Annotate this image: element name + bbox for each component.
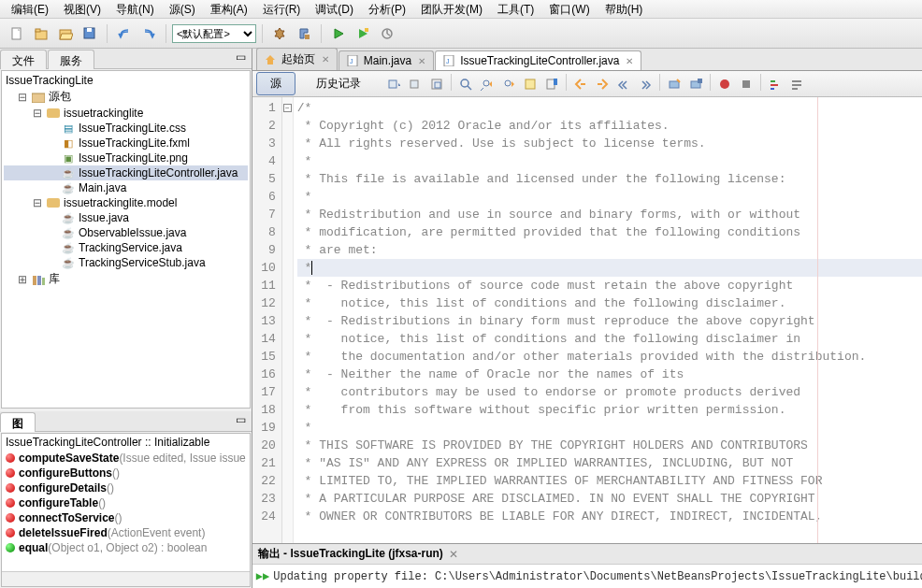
editor-tab[interactable]: 起始页✕ xyxy=(256,48,338,70)
tree-lib[interactable]: ⊞库 xyxy=(4,270,248,288)
editor-tab[interactable]: JIssueTrackingLiteController.java✕ xyxy=(435,50,641,70)
nav-member[interactable]: deleteIssueFired(ActionEvent event) xyxy=(2,525,250,540)
tree-file[interactable]: ☕Main.java xyxy=(4,180,248,195)
fold-gutter[interactable]: − xyxy=(282,97,294,543)
menu-item[interactable]: 工具(T) xyxy=(490,2,541,16)
nav-member[interactable]: equal(Object o1, Object o2) : boolean xyxy=(2,540,250,555)
svg-rect-12 xyxy=(42,278,45,285)
tree-srcpkg[interactable]: ⊟源包 xyxy=(4,88,248,106)
editor-tab[interactable]: JMain.java✕ xyxy=(339,50,434,70)
nav-last-button[interactable] xyxy=(426,74,447,94)
toggle-highlight-button[interactable] xyxy=(520,74,540,94)
menu-item[interactable]: 分析(P) xyxy=(361,2,413,16)
find-next-button[interactable] xyxy=(498,74,519,94)
tree-file[interactable]: ▣IssueTrackingLite.png xyxy=(4,151,248,165)
menu-item[interactable]: 帮助(H) xyxy=(598,2,651,16)
tab-services[interactable]: 服务 xyxy=(48,50,94,69)
stop-button[interactable] xyxy=(736,74,756,94)
tree-pkg-1[interactable]: ⊟issuetrackinglite xyxy=(4,106,248,121)
tree-file[interactable]: ☕TrackingService.java xyxy=(4,240,248,255)
nav-back-button[interactable] xyxy=(383,74,404,94)
run-output-icon[interactable]: ▶▶ xyxy=(256,569,269,583)
start-macro-button[interactable] xyxy=(664,74,684,94)
open-button[interactable] xyxy=(54,22,77,45)
menu-item[interactable]: 调试(D) xyxy=(308,2,361,16)
code-content[interactable]: /* * Copyright (c) 2012 Oracle and/or it… xyxy=(294,97,922,543)
redo-button[interactable] xyxy=(137,22,160,45)
svg-point-24 xyxy=(505,80,511,86)
tree-file[interactable]: ▤IssueTrackingLite.css xyxy=(4,121,248,136)
menu-item[interactable]: 重构(A) xyxy=(203,2,255,16)
line-gutter[interactable]: 123456789101112131415161718192021222324 xyxy=(252,97,282,543)
source-view-button[interactable]: 源 xyxy=(256,72,295,95)
nav-member[interactable]: configureTable() xyxy=(2,495,250,510)
nav-scrollbar[interactable] xyxy=(2,571,250,586)
shift-left-button[interactable] xyxy=(613,74,634,94)
profile-button[interactable] xyxy=(376,22,398,45)
fold-toggle[interactable]: − xyxy=(283,104,292,112)
tab-close-icon[interactable]: ✕ xyxy=(322,54,329,65)
stop-macro-button[interactable] xyxy=(685,74,706,94)
next-bookmark-button[interactable] xyxy=(592,74,612,94)
clean-build-button[interactable] xyxy=(293,22,315,45)
config-select[interactable]: <默认配置> xyxy=(172,24,256,43)
output-body[interactable]: ▶▶ Updating property file: C:\Users\Admi… xyxy=(252,565,922,588)
svg-point-33 xyxy=(720,79,729,89)
main-toolbar: <默认配置> xyxy=(0,19,922,49)
nav-member[interactable]: configureDetails() xyxy=(2,480,250,495)
output-close-icon[interactable]: ✕ xyxy=(449,548,458,561)
save-all-button[interactable] xyxy=(79,22,101,45)
menu-item[interactable]: 运行(R) xyxy=(255,2,309,16)
uncomment-button[interactable] xyxy=(786,74,807,94)
tree-file[interactable]: ☕TrackingServiceStub.java xyxy=(4,255,248,270)
svg-rect-7 xyxy=(365,28,368,32)
run-button[interactable] xyxy=(327,22,350,45)
record-button[interactable] xyxy=(714,74,735,94)
output-title[interactable]: 输出 - IssueTrackingLite (jfxsa-run)✕ xyxy=(252,544,922,565)
tab-close-icon[interactable]: ✕ xyxy=(418,56,425,66)
menu-item[interactable]: 导航(N) xyxy=(108,2,162,16)
comment-button[interactable] xyxy=(765,74,785,94)
nav-member[interactable]: connectToService() xyxy=(2,510,250,525)
tab-files[interactable]: 文件 xyxy=(0,50,47,69)
find-sel-button[interactable] xyxy=(455,74,476,94)
history-view-button[interactable]: 历史记录 xyxy=(303,73,374,94)
menu-item[interactable]: 团队开发(M) xyxy=(413,2,490,16)
prev-bookmark-button[interactable] xyxy=(570,74,591,94)
menu-item[interactable]: 编辑(E) xyxy=(4,2,56,16)
debug-button[interactable] xyxy=(352,22,374,45)
tab-close-icon[interactable]: ✕ xyxy=(626,56,633,66)
shift-right-button[interactable] xyxy=(635,74,655,94)
tree-pkg-2[interactable]: ⊟issuetrackinglite.model xyxy=(4,195,248,210)
project-tree[interactable]: IssueTrackingLite ⊟源包 ⊟issuetrackinglite… xyxy=(1,70,251,409)
new-project-button[interactable] xyxy=(30,22,52,45)
tab-navigator[interactable]: 图 xyxy=(0,412,36,432)
new-file-button[interactable] xyxy=(6,22,28,45)
svg-rect-27 xyxy=(554,79,557,85)
tree-file[interactable]: ☕Issue.java xyxy=(4,210,248,225)
tree-root[interactable]: IssueTrackingLite xyxy=(4,73,248,88)
minimize-icon[interactable]: ▭ xyxy=(230,49,252,68)
menu-item[interactable]: 视图(V) xyxy=(56,2,108,16)
minimize-nav-icon[interactable]: ▭ xyxy=(230,411,252,431)
tree-file[interactable]: ☕IssueTrackingLiteController.java xyxy=(4,165,248,180)
svg-rect-6 xyxy=(305,35,310,39)
build-button[interactable] xyxy=(268,22,291,45)
svg-point-23 xyxy=(483,80,489,86)
svg-rect-18 xyxy=(411,80,418,88)
nav-member[interactable]: configureButtons() xyxy=(2,466,250,480)
tree-file[interactable]: ☕ObservableIssue.java xyxy=(4,225,248,240)
menu-item[interactable]: 源(S) xyxy=(162,2,203,16)
svg-point-21 xyxy=(461,79,468,87)
tree-file[interactable]: ◧IssueTrackingLite.fxml xyxy=(4,136,248,151)
nav-member[interactable]: computeSaveState(Issue edited, Issue iss… xyxy=(2,451,250,466)
code-editor[interactable]: 123456789101112131415161718192021222324 … xyxy=(252,97,922,543)
svg-rect-32 xyxy=(698,79,702,83)
navigator-panel[interactable]: IssueTrackingLiteController :: Initializ… xyxy=(1,433,251,587)
menu-item[interactable]: 窗口(W) xyxy=(541,2,597,16)
nav-fwd-button[interactable] xyxy=(405,74,425,94)
svg-rect-25 xyxy=(526,79,535,89)
undo-button[interactable] xyxy=(113,22,136,45)
toggle-bookmark-button[interactable] xyxy=(541,74,562,94)
find-prev-button[interactable] xyxy=(477,74,497,94)
